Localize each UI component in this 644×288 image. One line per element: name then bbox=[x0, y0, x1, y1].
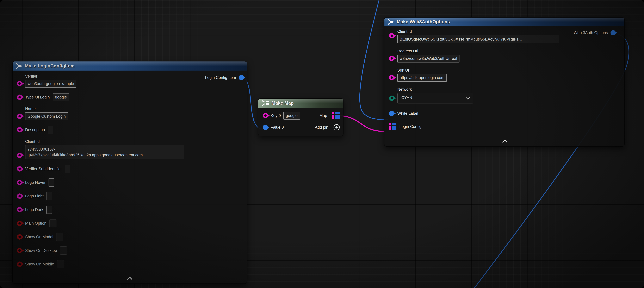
redirect-url-input[interactable]: w3a://com.w3a.Web3AuthUnreal bbox=[397, 55, 460, 63]
make-struct-icon bbox=[16, 63, 22, 69]
pin-label: Main Option bbox=[25, 221, 46, 226]
string-pin[interactable] bbox=[389, 75, 394, 80]
sdk-url-input[interactable]: https://sdk.openlogin.com bbox=[397, 74, 447, 82]
node-make-loginconfigitem[interactable]: Make LoginConfigItem Login Config Item V… bbox=[12, 61, 247, 284]
pin-label: White Label bbox=[397, 111, 418, 116]
node-make-map[interactable]: Make Map Key 0 google Map Value 0 bbox=[258, 98, 344, 136]
blueprint-graph-canvas[interactable]: Make LoginConfigItem Login Config Item V… bbox=[0, 0, 644, 288]
enum-pin[interactable] bbox=[389, 96, 394, 101]
string-pin[interactable] bbox=[17, 180, 22, 185]
network-selected-value: CYAN bbox=[402, 95, 412, 100]
client-id-input[interactable]: 774338308167- q463s7kpvja16l4l0kko3nb925… bbox=[25, 145, 184, 159]
client-id-line2: q463s7kpvja16l4l0kko3nb925ikds2p.apps.go… bbox=[28, 152, 182, 158]
string-pin[interactable] bbox=[17, 95, 22, 100]
chevron-up-icon bbox=[127, 276, 132, 282]
pin-row-network: Network CYAN bbox=[389, 87, 621, 103]
string-pin[interactable] bbox=[17, 166, 22, 171]
pin-label: Key 0 bbox=[271, 113, 281, 118]
bool-pin[interactable] bbox=[17, 221, 22, 226]
pin-label: Value 0 bbox=[271, 125, 284, 130]
pin-label: Verifier bbox=[25, 74, 76, 79]
wire-top-to-whitelabel bbox=[360, 0, 388, 120]
node-make-web3authoptions[interactable]: Make Web3AuthOptions Web 3Auth Options C… bbox=[384, 17, 624, 147]
type-of-login-input[interactable]: google bbox=[53, 93, 69, 101]
output-pin-label: Web 3Auth Options bbox=[574, 31, 608, 35]
client-id-line1: 774338308167- bbox=[28, 146, 182, 152]
main-option-checkbox[interactable] bbox=[50, 219, 56, 227]
string-pin[interactable] bbox=[17, 193, 22, 199]
map-row-2: Value 0 Add pin + bbox=[263, 123, 340, 131]
pin-row-login-config: Login Config bbox=[389, 123, 621, 131]
map-row-1: Key 0 google Map bbox=[263, 112, 340, 120]
string-pin[interactable] bbox=[389, 56, 394, 61]
verifier-input[interactable]: web3auth-google-example bbox=[25, 80, 76, 88]
map-output-pin[interactable] bbox=[332, 112, 340, 119]
make-struct-icon bbox=[388, 19, 394, 25]
show-on-mobile-checkbox[interactable] bbox=[57, 260, 64, 268]
description-input[interactable] bbox=[48, 126, 53, 134]
pin-row-sdk-url: Sdk Url https://sdk.openlogin.com bbox=[389, 68, 621, 82]
verifier-sub-identifier-input[interactable] bbox=[65, 165, 70, 173]
pin-row-main-option: Main Option bbox=[17, 219, 243, 227]
string-pin[interactable] bbox=[17, 114, 22, 119]
pin-label: Map bbox=[319, 113, 327, 118]
add-pin-button[interactable]: Add pin + bbox=[315, 124, 340, 130]
struct-output-pin[interactable] bbox=[610, 30, 616, 36]
pin-row-white-label: White Label bbox=[389, 109, 621, 118]
pin-row-show-on-mobile: Show On Mobile bbox=[17, 260, 243, 268]
chevron-down-icon bbox=[466, 96, 470, 100]
string-pin[interactable] bbox=[17, 207, 22, 212]
pin-label: Redirect Url bbox=[397, 49, 460, 53]
pin-label: Verifier Sub Identifier bbox=[25, 167, 62, 171]
node-header[interactable]: Make Map bbox=[258, 99, 343, 108]
value0-struct-pin[interactable] bbox=[263, 125, 268, 130]
show-on-desktop-checkbox[interactable] bbox=[60, 246, 67, 255]
pin-label: Login Config bbox=[399, 124, 422, 129]
pin-label: Description bbox=[25, 128, 45, 132]
collapse-node-button[interactable] bbox=[500, 140, 509, 144]
output-pin-row[interactable]: Login Config Item bbox=[205, 75, 244, 80]
string-pin[interactable] bbox=[17, 153, 22, 158]
output-pin-row[interactable]: Web 3Auth Options bbox=[574, 30, 616, 36]
pin-label: Client Id bbox=[25, 139, 184, 144]
pin-label: Client Id bbox=[397, 29, 559, 34]
pin-label: Network bbox=[397, 87, 473, 92]
bool-pin[interactable] bbox=[17, 261, 22, 267]
name-input[interactable]: Google Custom Login bbox=[25, 112, 68, 120]
bool-pin[interactable] bbox=[17, 234, 22, 239]
pin-row-client-id: Client Id 774338308167- q463s7kpvja16l4l… bbox=[17, 139, 243, 159]
node-header[interactable]: Make LoginConfigItem bbox=[12, 62, 247, 71]
node-title: Make Map bbox=[272, 101, 294, 106]
pin-row-show-on-desktop: Show On Desktop bbox=[17, 246, 243, 255]
white-label-struct-pin[interactable] bbox=[389, 111, 394, 116]
string-pin[interactable] bbox=[389, 33, 394, 38]
key0-string-pin[interactable] bbox=[263, 113, 268, 118]
struct-output-pin[interactable] bbox=[239, 75, 244, 80]
pin-row-description: Description bbox=[17, 126, 243, 134]
key0-input[interactable]: google bbox=[284, 112, 300, 120]
pin-row-type-of-login: Type Of Login google bbox=[17, 93, 243, 101]
string-pin[interactable] bbox=[17, 127, 22, 132]
pin-label: Name bbox=[25, 107, 68, 111]
pin-label: Type Of Login bbox=[25, 95, 50, 100]
logo-dark-input[interactable] bbox=[46, 206, 52, 214]
network-dropdown[interactable]: CYAN bbox=[397, 93, 473, 103]
node-title: Make Web3AuthOptions bbox=[397, 19, 450, 25]
logo-hover-input[interactable] bbox=[48, 178, 54, 187]
pin-label: Logo Hover bbox=[25, 180, 46, 185]
collapse-node-button[interactable] bbox=[125, 277, 134, 281]
logo-light-input[interactable] bbox=[46, 192, 52, 200]
pin-row-name: Name Google Custom Login bbox=[17, 107, 243, 120]
pin-row-logo-light: Logo Light bbox=[17, 192, 243, 200]
node-header[interactable]: Make Web3AuthOptions bbox=[384, 18, 624, 26]
login-config-map-pin[interactable] bbox=[389, 123, 396, 130]
client-id-input[interactable]: BEglQSgt4cUWcj6SKRdu5QkOXTsePmMcusG5EAoy… bbox=[397, 35, 559, 43]
pin-label: Show On Desktop bbox=[25, 248, 57, 253]
add-pin-label: Add pin bbox=[315, 125, 328, 130]
node-title: Make LoginConfigItem bbox=[25, 63, 74, 69]
wire-map-to-loginconfig bbox=[339, 116, 385, 131]
show-on-modal-checkbox[interactable] bbox=[56, 233, 63, 241]
bool-pin[interactable] bbox=[17, 248, 22, 253]
string-pin[interactable] bbox=[17, 81, 22, 86]
pin-row-redirect-url: Redirect Url w3a://com.w3a.Web3AuthUnrea… bbox=[389, 49, 621, 63]
